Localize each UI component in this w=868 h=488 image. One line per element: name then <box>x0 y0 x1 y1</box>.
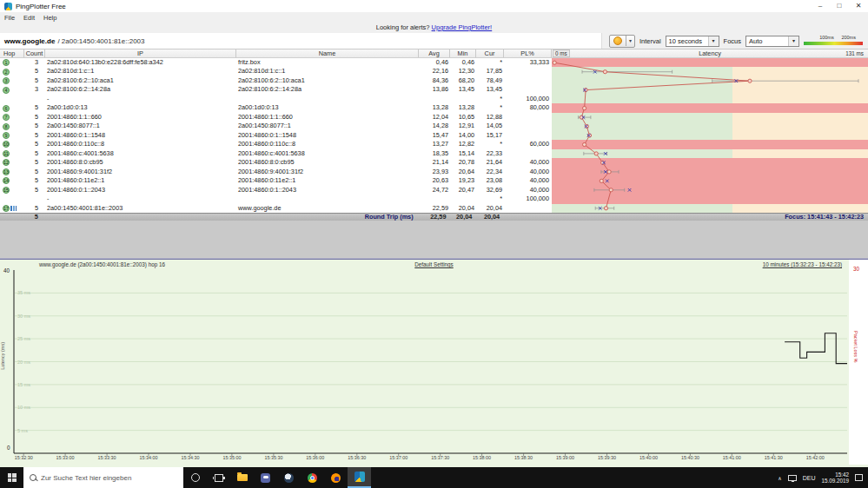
pl-cell <box>504 67 552 76</box>
action-center-icon[interactable] <box>855 474 863 481</box>
taskbar-search[interactable]: Zur Suche Text hier eingeben <box>23 467 183 488</box>
time-tick-label: 15:39:00 <box>556 455 574 460</box>
min-cell: 13,45 <box>450 85 476 94</box>
firefox-button[interactable] <box>324 467 348 488</box>
ip-cell: 2001:4860:c:4001:5638 <box>45 149 236 158</box>
tray-time: 15:42 <box>821 472 849 478</box>
keyboard-language[interactable]: DEU <box>803 475 816 481</box>
hop-badge: 17 <box>3 205 10 212</box>
hop-badge: 2 <box>3 69 10 76</box>
latency-color-scale: 100ms 200ms <box>804 35 865 48</box>
discord-icon <box>261 473 270 483</box>
scale-label-200ms: 200ms <box>841 35 856 40</box>
ip-cell: 2001:4860:0:1::1548 <box>45 131 236 140</box>
start-button[interactable] <box>0 467 23 488</box>
time-tick-label: 15:36:00 <box>306 455 324 460</box>
min-cell: 12,30 <box>450 67 476 76</box>
menu-help[interactable]: Help <box>39 14 61 22</box>
column-header-cur[interactable]: Cur <box>476 49 504 57</box>
task-view-icon <box>215 474 223 482</box>
close-icon[interactable]: ✕ <box>849 0 868 12</box>
column-header-name[interactable]: Name <box>236 49 419 57</box>
display-icon[interactable] <box>788 475 797 481</box>
column-header-pl[interactable]: PL% <box>504 49 552 57</box>
cur-cell: * <box>476 195 504 203</box>
min-cell <box>450 195 476 203</box>
column-header-min[interactable]: Min <box>450 49 476 57</box>
hop-badge: 4 <box>3 87 10 94</box>
hop-cell: 12 <box>0 158 24 167</box>
time-tick-label: 15:36:30 <box>348 455 366 460</box>
target-summary[interactable]: www.google.de / 2a00:1450:4001:81e::2003 <box>0 33 602 49</box>
scale-gradient <box>804 42 863 45</box>
count-cell: 5 <box>24 168 45 176</box>
name-cell: 2001:4860:9:4001:31f2 <box>236 168 419 176</box>
mini-graph-icon <box>10 206 17 211</box>
count-cell: 5 <box>24 131 45 140</box>
count-cell: 5 <box>24 158 45 167</box>
tray-chevron-icon[interactable]: ∧ <box>778 475 781 481</box>
time-tick-label: 15:35:00 <box>222 455 241 460</box>
search-icon <box>30 474 36 481</box>
title-bar: PingPlotter Free – □ ✕ <box>0 0 868 12</box>
time-tick-label: 15:37:00 <box>389 455 407 460</box>
focus-label: Focus <box>724 37 741 45</box>
pingplotter-taskbar-button[interactable] <box>348 467 371 488</box>
column-header-hop[interactable]: Hop <box>0 49 24 57</box>
clock[interactable]: 15:42 15.09.2019 <box>821 472 849 484</box>
ip-cell: - <box>45 195 236 203</box>
packet-loss-label: Packet Loss % <box>853 331 858 362</box>
table-header: Hop Count IP Name Avg Min Cur PL% 0 ms L… <box>0 49 868 58</box>
round-trip-avg: 22,59 <box>417 214 448 221</box>
pl-cell: 40,000 <box>504 168 552 176</box>
name-cell: www.google.de <box>236 204 419 213</box>
maximize-icon[interactable]: □ <box>830 0 849 12</box>
column-header-count[interactable]: Count <box>24 49 45 57</box>
timeline-plot[interactable]: 35 ms30 ms25 ms20 ms15 ms10 ms5 ms <box>0 270 868 458</box>
minimize-icon[interactable]: – <box>811 0 830 12</box>
upgrade-link[interactable]: Upgrade PingPlotter! <box>432 23 493 31</box>
name-cell: 2001:4860:8:0:cb95 <box>236 158 419 167</box>
time-tick-label: 15:37:30 <box>431 455 449 460</box>
discord-button[interactable] <box>254 467 277 488</box>
menu-bar: FileEditHelp <box>0 12 868 23</box>
menu-edit[interactable]: Edit <box>19 14 39 22</box>
chevron-down-icon[interactable]: ▾ <box>626 36 634 46</box>
avg-cell: 22,59 <box>419 204 450 213</box>
ip-cell: 2a00:1450:8077::1 <box>45 122 236 130</box>
min-cell <box>450 95 476 103</box>
min-cell: 14,00 <box>450 131 476 140</box>
min-cell: 20,78 <box>450 158 476 167</box>
avg-cell: 21,14 <box>419 158 450 167</box>
svg-text:20 ms: 20 ms <box>17 359 30 365</box>
column-header-avg[interactable]: Avg <box>419 49 450 57</box>
pl-cell <box>504 131 552 140</box>
count-cell: 5 <box>24 149 45 158</box>
target-band: www.google.de / 2a00:1450:4001:81e::2003… <box>0 33 868 49</box>
cur-cell: 20,04 <box>476 204 504 213</box>
cur-cell: 32,69 <box>476 186 504 195</box>
cur-cell: 15,17 <box>476 131 504 140</box>
timeline-settings-link[interactable]: Default Settings <box>0 261 868 267</box>
avg-cell: 15,47 <box>419 131 450 140</box>
avg-cell: 20,63 <box>419 176 450 185</box>
avg-cell <box>419 195 450 203</box>
alert-status-button[interactable]: ▾ <box>609 35 635 48</box>
column-header-ip[interactable]: IP <box>45 49 236 57</box>
timeline-range-link[interactable]: 10 minutes (15:32:23 - 15:42:23) <box>763 261 842 267</box>
hop-cell <box>0 95 24 103</box>
chrome-button[interactable] <box>301 467 324 488</box>
file-explorer-button[interactable] <box>230 467 254 488</box>
column-header-latency[interactable]: 0 ms Latency 131 ms <box>552 49 868 57</box>
task-view-button[interactable] <box>207 467 230 488</box>
chrome-icon <box>308 473 317 483</box>
menu-file[interactable]: File <box>0 14 19 22</box>
svg-text:30 ms: 30 ms <box>17 313 30 319</box>
focus-select[interactable]: Auto ▾ <box>745 36 799 47</box>
pl-cell <box>504 85 552 94</box>
hop-badge: 6 <box>3 105 10 112</box>
interval-select[interactable]: 10 seconds ▾ <box>666 36 719 47</box>
min-cell: 12,91 <box>450 122 476 130</box>
cortana-button[interactable] <box>183 467 207 488</box>
steam-button[interactable] <box>277 467 301 488</box>
